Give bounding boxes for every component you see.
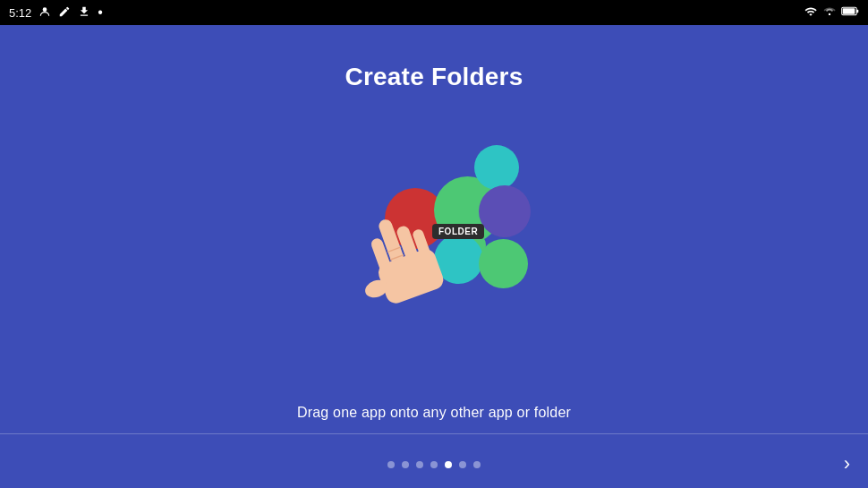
status-right [804,5,859,21]
person-icon [38,5,51,21]
pagination-dot[interactable] [445,461,452,468]
signal-icon [823,5,836,21]
pagination-dot[interactable] [402,461,409,468]
pagination-dot[interactable] [430,461,438,468]
pagination [387,461,481,468]
page-title: Create Folders [345,63,523,91]
svg-point-0 [43,7,47,12]
battery-icon [841,5,859,20]
folder-badge: FOLDER [432,224,484,239]
svg-point-1 [829,13,830,14]
main-content: Create Folders FOLDER [0,25,868,488]
pagination-dot[interactable] [473,461,481,468]
illustration: FOLDER [336,136,532,333]
pagination-dot[interactable] [387,461,395,468]
edit-icon [58,5,71,21]
svg-rect-4 [856,10,858,13]
pagination-dot[interactable] [459,461,466,468]
app-circle [479,239,528,288]
status-left: 5:12 • [9,4,103,21]
download-icon [78,5,90,21]
wifi-icon [804,5,818,21]
status-time: 5:12 [9,6,31,20]
divider [0,433,868,434]
dot-icon: • [98,4,103,21]
subtitle-text: Drag one app onto any other app or folde… [297,405,571,421]
next-button[interactable]: › [844,452,850,475]
app-circle [474,145,519,190]
svg-rect-3 [843,8,855,13]
app-circle [479,185,531,237]
pagination-dot[interactable] [416,461,423,468]
status-bar: 5:12 • [0,0,868,25]
